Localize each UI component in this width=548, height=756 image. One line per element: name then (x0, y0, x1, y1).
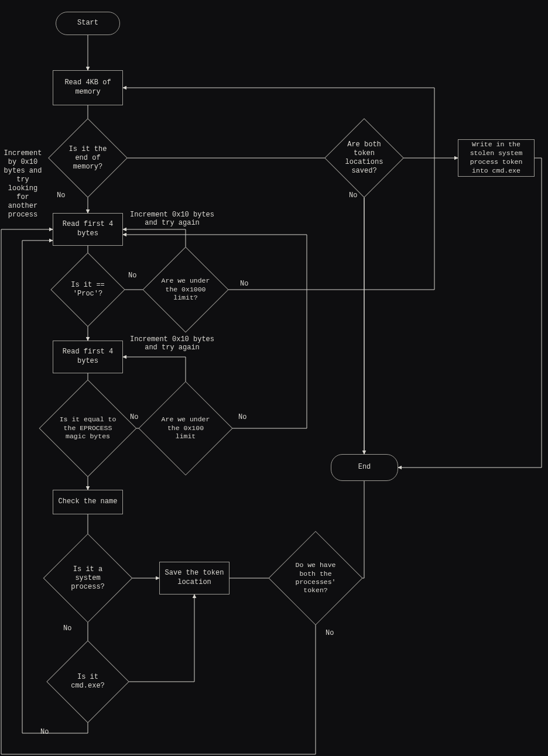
label-bothsaved-no: No (349, 191, 357, 200)
node-is-cmd-label: Is it cmd.exe? (59, 652, 117, 711)
label-inc-0x1000: Increment 0x10 bytes and try again (125, 211, 219, 227)
label-under1000-no: No (240, 280, 248, 288)
node-is-cmd: Is it cmd.exe? (59, 652, 117, 711)
node-read-first-2: Read first 4 bytes (53, 341, 123, 373)
node-under-0x1000: Are we under the 0x1000 limit? (155, 259, 216, 320)
node-have-both-label: Do we have both the processes' token? (282, 545, 349, 611)
label-inc-process: Increment by 0x10 bytes and try looking … (2, 149, 43, 219)
node-is-system: Is it a system process? (56, 547, 119, 610)
node-is-proc-label: Is it == 'Proc'? (61, 263, 114, 316)
node-under-0x1000-label: Are we under the 0x1000 limit? (155, 259, 216, 320)
label-haveboth-no: No (326, 629, 334, 637)
node-is-proc: Is it == 'Proc'? (61, 263, 114, 316)
node-is-eprocess-label: Is it equal to the EPROCESS magic bytes (53, 394, 122, 463)
node-end-of-memory-label: Is it the end of memory? (60, 130, 116, 186)
node-start: Start (56, 12, 120, 35)
node-is-system-label: Is it a system process? (56, 547, 119, 610)
node-both-saved: Are both token locations saved? (336, 130, 392, 186)
node-is-eprocess: Is it equal to the EPROCESS magic bytes (53, 394, 122, 463)
node-have-both: Do we have both the processes' token? (282, 545, 349, 611)
label-issystem-no: No (63, 624, 71, 633)
node-under-0x100-label: Are we under the 0x100 limit (152, 395, 219, 462)
node-write-token: Write in the stolen system process token… (458, 139, 535, 177)
label-under100-no: No (238, 413, 246, 421)
node-both-saved-label: Are both token locations saved? (336, 130, 392, 186)
node-under-0x100: Are we under the 0x100 limit (152, 395, 219, 462)
node-read-first-1: Read first 4 bytes (53, 213, 123, 246)
node-save-token: Save the token location (159, 562, 230, 595)
node-end-of-memory: Is it the end of memory? (60, 130, 116, 186)
label-isproc-no: No (128, 272, 136, 280)
node-check-name: Check the name (53, 490, 123, 514)
label-inc-0x100: Increment 0x10 bytes and try again (125, 335, 219, 352)
label-iscmd-no: No (40, 728, 49, 736)
label-eprocess-no: No (130, 413, 138, 421)
node-read-4kb: Read 4KB of memory (53, 70, 123, 105)
flowchart-edges (0, 0, 548, 756)
node-end: End (331, 454, 398, 481)
label-endofmem-no: No (57, 191, 65, 200)
